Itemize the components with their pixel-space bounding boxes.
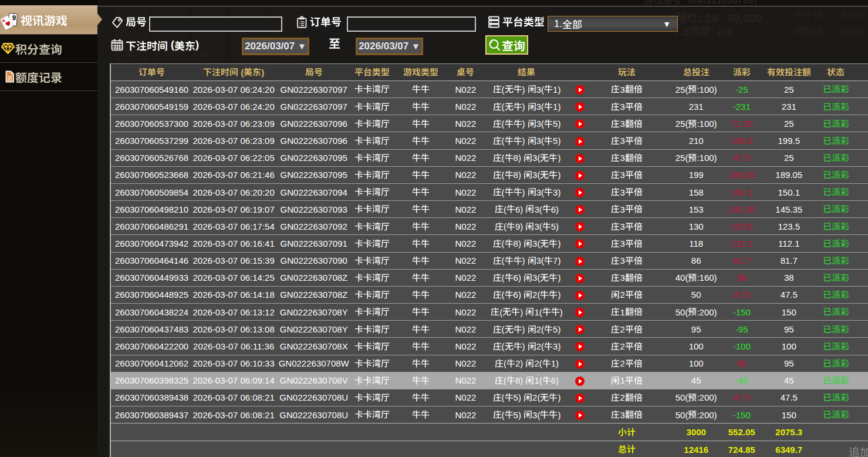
svg-text:9: 9 <box>12 14 16 21</box>
